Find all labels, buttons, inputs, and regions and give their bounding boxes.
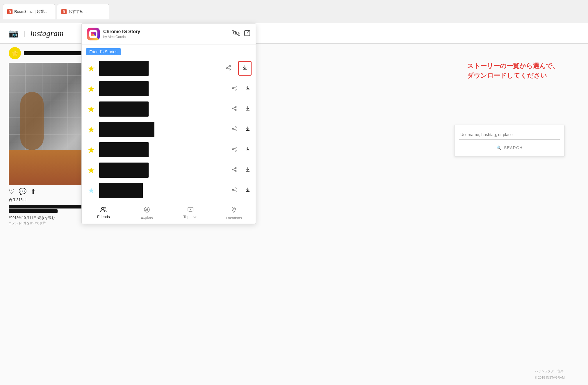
footer-links: ハッシュタグ・音楽 [535, 369, 565, 373]
story-thumb-1 [99, 61, 149, 76]
explore-icon [144, 207, 150, 214]
ext-title-block: Chrome IG Story by Alec Garcia [103, 29, 229, 39]
caption-bar-1 [9, 205, 90, 208]
share-button[interactable] [231, 105, 238, 114]
tab-label-1: Room8 Inc. | 起業... [14, 9, 47, 14]
browser-tab-2[interactable]: R おすすめ... [57, 4, 109, 19]
ext-header: Chrome IG Story by Alec Garcia [82, 24, 256, 45]
popup-content: Friend's Stories ★ [82, 45, 256, 224]
story-item: ★ [82, 99, 256, 119]
svg-line-28 [234, 149, 235, 150]
ext-subtitle: by Alec Garcia [103, 35, 229, 39]
like-icon[interactable]: ♡ [9, 188, 15, 195]
nav-tab-locations[interactable]: Locations [212, 203, 256, 224]
download-button[interactable] [244, 145, 252, 154]
story-star-1: ★ [86, 63, 96, 74]
search-panel: 🔍 SEARCH [454, 125, 565, 157]
share-button[interactable] [231, 145, 238, 154]
share-button[interactable] [231, 125, 238, 134]
ig-post-image [9, 63, 90, 185]
nav-tab-locations-label: Locations [226, 216, 242, 220]
annotation-line2: ダウンロードしてください [467, 71, 559, 80]
svg-line-23 [234, 129, 235, 130]
nav-tab-explore-label: Explore [140, 215, 153, 220]
ext-title: Chrome IG Story [103, 29, 229, 34]
svg-line-3 [247, 31, 250, 33]
svg-line-37 [234, 188, 235, 189]
open-external-icon[interactable] [244, 30, 250, 38]
story-item: ★ [82, 140, 256, 160]
ext-logo-inner [89, 30, 97, 38]
hide-icon[interactable] [232, 30, 240, 38]
story-star: ★ [86, 165, 96, 175]
share-icon[interactable]: ⬆ [31, 188, 36, 195]
search-input[interactable] [459, 130, 560, 140]
search-button[interactable]: 🔍 SEARCH [459, 144, 560, 152]
story-thumb [99, 122, 154, 137]
download-button[interactable] [244, 186, 252, 195]
svg-line-12 [234, 87, 235, 88]
nav-tab-friends[interactable]: Friends [82, 203, 125, 224]
nav-tab-explore[interactable]: Explore [125, 203, 169, 224]
nav-tab-top-live-label: Top Live [183, 215, 197, 219]
top-live-icon [187, 207, 194, 213]
ig-post-area: ⭐ ♡ 💬 ⬆ 再生218回 #2018年10月11日 続きを読む コメント5件… [9, 44, 90, 225]
download-button-1[interactable] [238, 61, 252, 76]
image-subject [20, 92, 44, 150]
story-thumb [99, 183, 143, 198]
friends-icon [100, 207, 107, 213]
instagram-logo-text: Instagram [30, 29, 63, 38]
post-caption [9, 203, 90, 215]
story-star: ★ [86, 84, 96, 94]
nav-tab-top-live[interactable]: Top Live [169, 203, 212, 224]
story-actions [231, 186, 252, 195]
share-button-1[interactable] [224, 64, 232, 73]
post-stats: 再生218回 [9, 197, 90, 203]
svg-marker-42 [145, 208, 148, 211]
svg-point-46 [233, 208, 234, 209]
footer-copyright: © 2018 INSTAGRAM [535, 376, 565, 379]
share-button[interactable] [231, 186, 238, 195]
more-comments: コメント5件をすべて表示 [9, 221, 90, 225]
story-thumb [99, 101, 149, 117]
locations-icon [231, 207, 236, 215]
svg-line-18 [234, 108, 235, 109]
download-button[interactable] [244, 84, 252, 93]
username-bar [24, 51, 90, 55]
ig-post-actions: ♡ 💬 ⬆ [9, 185, 90, 197]
share-button[interactable] [231, 84, 238, 93]
story-star: ★ [86, 145, 96, 155]
tab-icon-2: R [61, 9, 67, 14]
svg-line-13 [234, 88, 235, 89]
download-button[interactable] [244, 125, 252, 134]
tab-icon-1: R [7, 9, 13, 14]
svg-point-40 [104, 207, 106, 209]
ig-footer: ハッシュタグ・音楽 © 2018 INSTAGRAM [535, 369, 565, 379]
svg-line-7 [227, 66, 229, 67]
instagram-camera-icon: 📷 [9, 28, 19, 38]
header-divider: | [24, 29, 25, 38]
post-image-inner [9, 63, 90, 185]
story-actions [231, 166, 252, 175]
image-floor [9, 150, 90, 185]
svg-line-33 [234, 170, 235, 170]
share-button[interactable] [231, 166, 238, 175]
annotation-box: ストーリーの一覧から選んで、 ダウンロードしてください [467, 61, 559, 80]
comment-icon[interactable]: 💬 [19, 188, 26, 195]
story-actions [231, 84, 252, 93]
popup-bottom-nav: Friends Explore [82, 203, 256, 224]
story-star: ★ [86, 124, 96, 135]
story-star: ★ [86, 186, 96, 195]
annotation-line1: ストーリーの一覧から選んで、 [467, 61, 559, 71]
svg-line-17 [234, 107, 235, 108]
svg-line-32 [234, 168, 235, 169]
download-button[interactable] [244, 166, 252, 175]
download-button[interactable] [244, 105, 252, 114]
browser-tab-1[interactable]: R Room8 Inc. | 起業... [3, 4, 55, 19]
avatar: ⭐ [9, 47, 21, 59]
ext-header-icons [232, 30, 250, 38]
caption-bar-2 [9, 209, 58, 213]
extension-popup: Chrome IG Story by Alec Garcia [81, 23, 256, 224]
story-item: ★ [82, 160, 256, 180]
story-actions [231, 125, 252, 134]
